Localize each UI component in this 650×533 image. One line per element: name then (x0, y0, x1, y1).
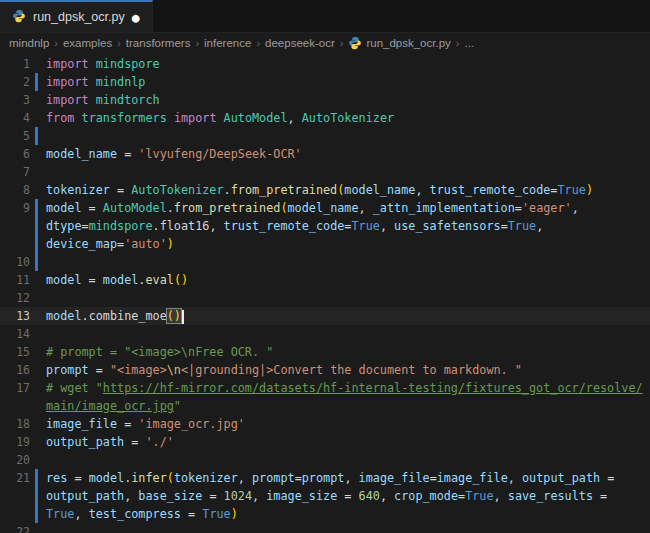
code-line[interactable]: 5 (0, 127, 650, 145)
code-token: model_name (288, 201, 359, 215)
code-text: from transformers import AutoModel, Auto… (46, 109, 650, 127)
code-line[interactable]: 3import mindtorch (0, 91, 650, 109)
code-token: ( (167, 471, 174, 485)
code-line[interactable]: 15# prompt = "<image>\nFree OCR. " (0, 343, 650, 361)
line-number: 5 (0, 127, 30, 145)
code-token: './' (145, 435, 173, 449)
breadcrumb-separator: › (117, 37, 121, 49)
code-token: res (46, 471, 67, 485)
code-line[interactable]: 12 (0, 289, 650, 307)
code-line[interactable]: 6model_name = 'lvyufeng/DeepSeek-OCR' (0, 145, 650, 163)
code-token: eval (145, 273, 173, 287)
code-line[interactable]: 14 (0, 325, 650, 343)
code-line[interactable]: 20 (0, 451, 650, 469)
code-token: 'lvyufeng/DeepSeek-OCR' (138, 147, 301, 161)
code-token: 'image_ocr.jpg' (138, 417, 245, 431)
line-number: 15 (0, 343, 30, 361)
code-token: prompt (302, 471, 345, 485)
code-token: . (82, 309, 89, 323)
code-token: = (600, 471, 614, 485)
breadcrumb-separator: › (256, 37, 260, 49)
breadcrumb-item-transformers[interactable]: transformers (126, 37, 191, 49)
code-line[interactable]: 22 (0, 523, 650, 533)
code-token: prompt (252, 471, 295, 485)
code-token: , (359, 201, 373, 215)
modified-gutter-marker (35, 73, 38, 91)
code-token: = (124, 435, 145, 449)
modified-gutter-marker (35, 199, 38, 217)
tab-run-dpsk-ocr[interactable]: run_dpsk_ocr.py ● (0, 0, 153, 32)
code-token: True (508, 219, 536, 233)
code-token: model_name (344, 183, 415, 197)
code-line[interactable]: dtype=mindspore.float16, trust_remote_co… (0, 217, 650, 235)
gutter (30, 235, 46, 253)
line-number (0, 487, 30, 505)
code-text (46, 127, 650, 145)
code-token: ) (586, 183, 593, 197)
breadcrumb-item-mindnlp[interactable]: mindnlp (9, 37, 49, 49)
breadcrumb-item-deepseek-ocr[interactable]: deepseek-ocr (265, 37, 335, 49)
code-token: model_name (46, 147, 117, 161)
code-line[interactable]: 13model.combine_moe() (0, 307, 650, 325)
gutter (30, 379, 46, 397)
code-token: import (46, 93, 89, 107)
code-token: = (202, 489, 223, 503)
code-line[interactable]: 17# wget "https://hf-mirror.com/datasets… (0, 379, 650, 397)
code-line[interactable]: 11model = model.eval() (0, 271, 650, 289)
unsaved-changes-dot[interactable]: ● (132, 11, 140, 24)
line-number (0, 217, 30, 235)
code-token: = (117, 417, 138, 431)
code-line[interactable]: 7 (0, 163, 650, 181)
code-line[interactable]: 1import mindspore (0, 55, 650, 73)
breadcrumb-item-examples[interactable]: examples (63, 37, 112, 49)
line-number: 3 (0, 91, 30, 109)
code-line[interactable]: main/image_ocr.jpg" (0, 397, 650, 415)
code-token: , (124, 489, 138, 503)
code-text: # wget "https://hf-mirror.com/datasets/h… (46, 379, 650, 397)
code-text: res = model.infer(tokenizer, prompt=prom… (46, 469, 650, 487)
code-text (46, 253, 650, 271)
code-token: trust_remote_code (430, 183, 551, 197)
code-token: = (593, 489, 607, 503)
gutter (30, 415, 46, 433)
code-line[interactable]: 10 (0, 253, 650, 271)
code-line[interactable]: 16prompt = "<image>\n<|grounding|>Conver… (0, 361, 650, 379)
code-token: = (337, 489, 358, 503)
gutter (30, 73, 46, 91)
code-token: model (103, 273, 139, 287)
code-token: = (181, 507, 202, 521)
code-line[interactable]: 21res = model.infer(tokenizer, prompt=pr… (0, 469, 650, 487)
modified-gutter-marker (35, 217, 38, 235)
breadcrumb-separator: › (195, 37, 199, 49)
code-token: = (89, 363, 110, 377)
code-line[interactable]: 8tokenizer = AutoTokenizer.from_pretrain… (0, 181, 650, 199)
code-text: output_path, base_size = 1024, image_siz… (46, 487, 650, 505)
code-token: . (153, 219, 160, 233)
code-token: AutoModel (224, 111, 288, 125)
breadcrumb-item-run-dpsk-ocr-py[interactable]: run_dpsk_ocr.py (348, 36, 450, 50)
breadcrumb-item-inference[interactable]: inference (204, 37, 251, 49)
code-token: , (494, 489, 508, 503)
code-line[interactable]: device_map='auto') (0, 235, 650, 253)
code-token: True (202, 507, 230, 521)
code-token: import (174, 111, 217, 125)
code-editor[interactable]: 1import mindspore2import mindnlp3import … (0, 53, 650, 533)
breadcrumb-item--[interactable]: ... (464, 37, 474, 49)
line-number: 22 (0, 523, 30, 533)
code-token: = (501, 219, 508, 233)
line-number: 19 (0, 433, 30, 451)
code-line[interactable]: 18image_file = 'image_ocr.jpg' (0, 415, 650, 433)
code-line[interactable]: 4from transformers import AutoModel, Aut… (0, 109, 650, 127)
code-token: model (89, 471, 125, 485)
code-text: model_name = 'lvyufeng/DeepSeek-OCR' (46, 145, 650, 163)
code-token: \n (167, 363, 181, 377)
code-line[interactable]: output_path, base_size = 1024, image_siz… (0, 487, 650, 505)
code-line[interactable]: 19output_path = './' (0, 433, 650, 451)
code-line[interactable]: True, test_compress = True) (0, 505, 650, 523)
code-line[interactable]: 2import mindnlp (0, 73, 650, 91)
code-token: , (415, 183, 429, 197)
code-token: AutoModel (103, 201, 167, 215)
code-line[interactable]: 9model = AutoModel.from_pretrained(model… (0, 199, 650, 217)
code-token: main/image_ocr.jpg (46, 399, 174, 413)
code-token: https://hf-mirror.com/datasets/hf-intern… (103, 381, 643, 395)
